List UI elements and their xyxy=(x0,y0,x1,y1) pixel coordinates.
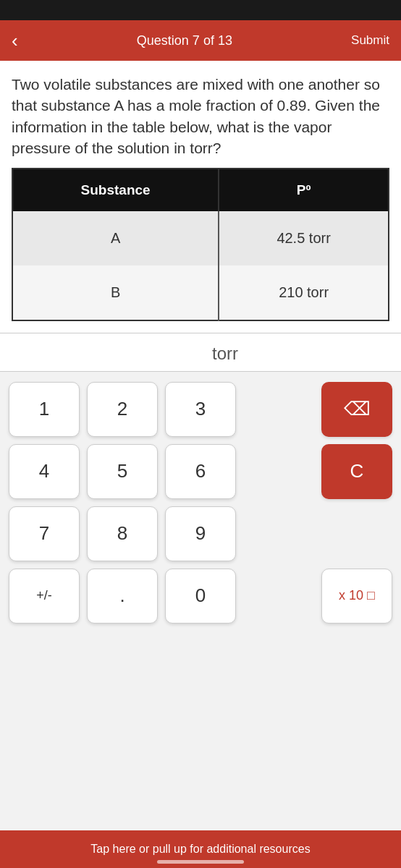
table-header-row: Substance Pº xyxy=(12,169,389,211)
key-7[interactable]: 7 xyxy=(9,506,80,561)
keypad-row-4: +/- . 0 x 10 □ xyxy=(9,569,392,624)
data-table: Substance Pº A 42.5 torr B 210 torr xyxy=(12,168,389,321)
footer-text: Tap here or pull up for additional resou… xyxy=(90,843,310,856)
question-area: Two volatile substances are mixed with o… xyxy=(0,61,401,168)
spacer xyxy=(243,506,314,561)
keypad-row-3: 7 8 9 xyxy=(9,506,392,561)
key-delete[interactable]: ⌫ xyxy=(321,382,392,437)
home-indicator xyxy=(157,860,244,864)
key-9[interactable]: 9 xyxy=(165,506,236,561)
question-progress: Question 7 of 13 xyxy=(137,33,232,48)
table-cell-pressure-b: 210 torr xyxy=(219,265,389,320)
spacer xyxy=(321,506,392,561)
table-cell-substance-a: A xyxy=(12,211,219,265)
table-container: Substance Pº A 42.5 torr B 210 torr xyxy=(0,168,401,333)
key-4[interactable]: 4 xyxy=(9,444,80,499)
key-decimal[interactable]: . xyxy=(87,569,158,624)
table-row: B 210 torr xyxy=(12,265,389,320)
key-1[interactable]: 1 xyxy=(9,382,80,437)
key-clear[interactable]: C xyxy=(321,444,392,499)
keypad-area: 1 2 3 ⌫ 4 5 6 C 7 8 9 +/- . 0 x 10 □ xyxy=(0,372,401,638)
key-exponent[interactable]: x 10 □ xyxy=(321,569,392,624)
footer-bar[interactable]: Tap here or pull up for additional resou… xyxy=(0,830,401,868)
status-bar xyxy=(0,0,401,20)
submit-button[interactable]: Submit xyxy=(351,33,389,48)
spacer xyxy=(243,569,314,624)
table-cell-pressure-a: 42.5 torr xyxy=(219,211,389,265)
back-button[interactable]: ‹ xyxy=(12,31,18,50)
table-row: A 42.5 torr xyxy=(12,211,389,265)
key-6[interactable]: 6 xyxy=(165,444,236,499)
table-header-substance: Substance xyxy=(12,169,219,211)
key-0[interactable]: 0 xyxy=(165,569,236,624)
answer-area: torr xyxy=(0,333,401,372)
key-5[interactable]: 5 xyxy=(87,444,158,499)
table-cell-substance-b: B xyxy=(12,265,219,320)
header: ‹ Question 7 of 13 Submit xyxy=(0,20,401,61)
keypad-row-2: 4 5 6 C xyxy=(9,444,392,499)
keypad-row-1: 1 2 3 ⌫ xyxy=(9,382,392,437)
spacer xyxy=(243,444,314,499)
key-8[interactable]: 8 xyxy=(87,506,158,561)
table-header-pressure: Pº xyxy=(219,169,389,211)
question-text: Two volatile substances are mixed with o… xyxy=(12,74,389,159)
spacer xyxy=(243,382,314,437)
answer-unit: torr xyxy=(212,344,238,364)
key-2[interactable]: 2 xyxy=(87,382,158,437)
key-plus-minus[interactable]: +/- xyxy=(9,569,80,624)
key-3[interactable]: 3 xyxy=(165,382,236,437)
